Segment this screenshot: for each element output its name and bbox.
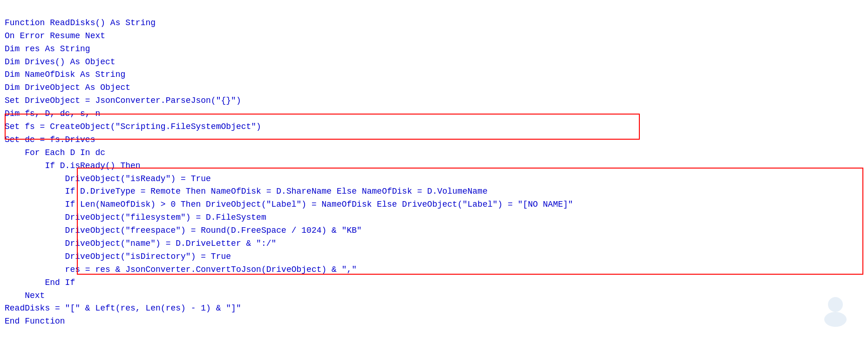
code-line: DriveObject("isReady") = True <box>5 173 863 186</box>
code-line: res = res & JsonConverter.ConvertToJson(… <box>5 264 863 277</box>
code-line: If Len(NameOfDisk) > 0 Then DriveObject(… <box>5 198 863 211</box>
svg-point-1 <box>824 312 847 327</box>
code-line: End If <box>5 277 863 290</box>
code-line: Set fs = CreateObject("Scripting.FileSys… <box>5 121 863 134</box>
code-line: Next <box>5 290 863 303</box>
code-line: End Function <box>5 315 863 328</box>
code-line: For Each D In dc <box>5 147 863 160</box>
code-line: DriveObject("isDirectory") = True <box>5 250 863 264</box>
code-line: DriveObject("name") = D.DriveLetter & ":… <box>5 237 863 250</box>
code-line: Dim fs, D, dc, s, n <box>5 108 863 121</box>
code-line: ReadDisks = "[" & Left(res, Len(res) - 1… <box>5 302 863 315</box>
code-line: Dim res As String <box>5 43 863 56</box>
code-line: Set DriveObject = JsonConverter.ParseJso… <box>5 95 863 108</box>
code-line: DriveObject("freespace") = Round(D.FreeS… <box>5 224 863 237</box>
svg-point-0 <box>828 297 843 312</box>
code-line: If D.DriveType = Remote Then NameOfDisk … <box>5 185 863 198</box>
code-line: If D.isReady() Then <box>5 160 863 173</box>
code-line: DriveObject("filesystem") = D.FileSystem <box>5 211 863 224</box>
code-editor: Function ReadDisks() As StringOn Error R… <box>5 4 863 328</box>
code-line: On Error Resume Next <box>5 30 863 43</box>
watermark-icon <box>817 291 854 329</box>
code-line: Function ReadDisks() As String <box>5 17 863 30</box>
code-line: Dim DriveObject As Object <box>5 81 863 95</box>
code-line: Dim NameOfDisk As String <box>5 68 863 81</box>
code-line: Dim Drives() As Object <box>5 56 863 69</box>
code-line: Set dc = fs.Drives <box>5 134 863 147</box>
